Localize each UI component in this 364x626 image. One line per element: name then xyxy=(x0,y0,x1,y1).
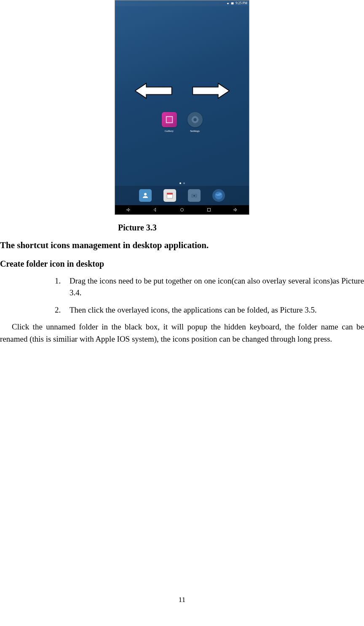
svg-point-9 xyxy=(193,195,195,197)
settings-app[interactable]: Settings xyxy=(187,112,203,134)
calendar-dock-icon[interactable] xyxy=(163,189,176,202)
svg-point-11 xyxy=(180,209,183,211)
settings-label: Settings xyxy=(190,129,200,134)
phone-screen: 9:25 PM Gallery xyxy=(115,0,249,215)
arrow-right-icon xyxy=(192,83,230,99)
screenshot-container: 9:25 PM Gallery xyxy=(0,0,364,215)
wifi-icon xyxy=(226,2,230,5)
list-item-2: 2.Then click the overlayed icons, the ap… xyxy=(55,304,364,316)
gallery-icon xyxy=(162,112,177,127)
status-bar: 9:25 PM xyxy=(115,0,249,6)
swipe-arrows xyxy=(115,83,249,99)
status-icons: 9:25 PM xyxy=(226,1,247,6)
svg-rect-7 xyxy=(167,193,173,195)
list-item-2-text: Then click the overlayed icons, the appl… xyxy=(70,305,317,314)
body-paragraph: Click the unnamed folder in the black bo… xyxy=(0,321,364,345)
volume-up-button[interactable] xyxy=(233,207,238,212)
heading-shortcut-management: The shortcut icons management in desktop… xyxy=(0,239,364,252)
svg-rect-12 xyxy=(207,209,210,211)
arrow-left-icon xyxy=(135,83,173,99)
battery-icon xyxy=(231,2,234,5)
recent-button[interactable] xyxy=(206,207,211,212)
svg-rect-0 xyxy=(231,3,234,5)
heading-create-folder: Create folder icon in desktop xyxy=(0,257,364,270)
back-button[interactable] xyxy=(153,207,158,212)
status-time: 9:25 PM xyxy=(236,1,247,6)
gallery-label: Gallery xyxy=(165,129,174,134)
gallery-app[interactable]: Gallery xyxy=(162,112,177,134)
browser-dock-icon[interactable] xyxy=(212,189,225,202)
svg-point-4 xyxy=(193,118,196,121)
pagination-dots xyxy=(115,182,249,184)
dot-2 xyxy=(183,182,185,184)
home-button[interactable] xyxy=(179,207,185,212)
settings-icon xyxy=(187,112,203,127)
app-icons-row: Gallery Settings xyxy=(115,112,249,134)
svg-rect-2 xyxy=(166,117,172,123)
nav-bar xyxy=(115,205,249,214)
dock xyxy=(115,186,249,205)
list-item-1: 1.Drag the icons need to be put together… xyxy=(55,275,364,299)
instruction-list: 1.Drag the icons need to be put together… xyxy=(0,275,364,316)
picture-caption: Picture 3.3 xyxy=(118,221,364,234)
dot-1 xyxy=(179,182,181,184)
camera-dock-icon[interactable] xyxy=(188,189,201,202)
svg-point-5 xyxy=(144,193,147,195)
list-item-1-text: Drag the icons need to be put together o… xyxy=(70,276,364,297)
contacts-dock-icon[interactable] xyxy=(139,189,152,202)
volume-down-button[interactable] xyxy=(126,207,131,212)
